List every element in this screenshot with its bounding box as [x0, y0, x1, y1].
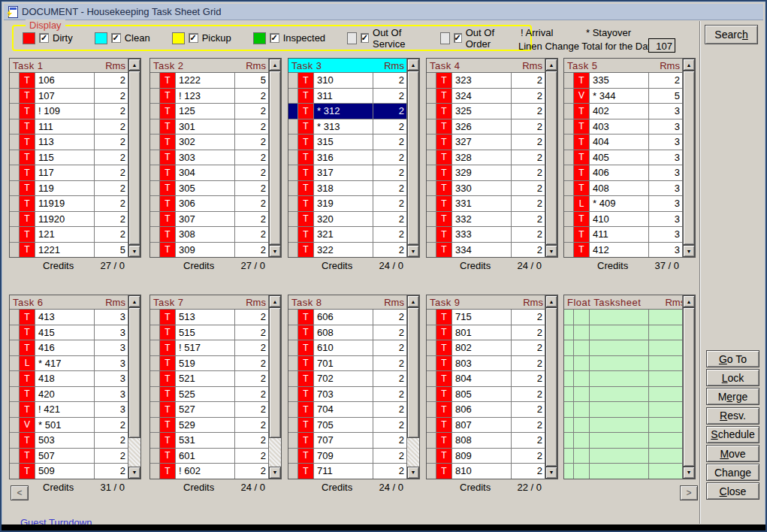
- room-number-cell[interactable]: 320: [314, 212, 373, 227]
- room-row[interactable]: T! 4213: [10, 402, 128, 418]
- room-number-cell[interactable]: 319: [314, 196, 373, 211]
- room-row[interactable]: [564, 356, 682, 372]
- room-number-cell[interactable]: 310: [314, 73, 373, 88]
- room-number-cell[interactable]: 317: [314, 165, 373, 180]
- room-row[interactable]: T3172: [288, 165, 406, 181]
- scrollbar-up-arrow[interactable]: ▲: [128, 59, 140, 71]
- room-number-cell[interactable]: 311: [314, 89, 373, 104]
- room-number-cell[interactable]: 304: [176, 165, 235, 180]
- room-number-cell[interactable]: [590, 433, 649, 448]
- panel-scrollbar[interactable]: ▲▼: [406, 295, 419, 479]
- room-number-cell[interactable]: [590, 449, 649, 464]
- room-row[interactable]: T4083: [564, 181, 682, 197]
- room-number-cell[interactable]: 324: [452, 89, 512, 104]
- room-row[interactable]: T3202: [288, 212, 406, 228]
- room-row[interactable]: T3162: [288, 150, 406, 166]
- room-row[interactable]: T3112: [288, 89, 406, 104]
- scrollbar-thumb[interactable]: [545, 71, 557, 245]
- scrollbar-up-arrow[interactable]: ▲: [407, 295, 419, 307]
- scrollbar-down-arrow[interactable]: ▼: [407, 467, 419, 479]
- room-number-cell[interactable]: 420: [35, 387, 95, 402]
- room-row[interactable]: T5072: [10, 449, 128, 464]
- room-number-cell[interactable]: 11919: [35, 196, 95, 211]
- room-row[interactable]: T4123: [564, 243, 682, 258]
- room-number-cell[interactable]: 705: [314, 418, 373, 433]
- scrollbar-down-arrow[interactable]: ▼: [683, 245, 695, 257]
- room-row[interactable]: T5192: [150, 356, 268, 372]
- room-row[interactable]: T! 6022: [150, 464, 268, 479]
- room-row[interactable]: T3352: [564, 73, 682, 89]
- room-row[interactable]: T1072: [10, 89, 128, 104]
- room-number-cell[interactable]: 412: [590, 243, 649, 258]
- room-row[interactable]: T3102: [288, 73, 406, 89]
- room-number-cell[interactable]: ! 123: [176, 89, 235, 104]
- room-number-cell[interactable]: 331: [452, 196, 512, 211]
- room-number-cell[interactable]: 322: [314, 243, 373, 258]
- room-row[interactable]: T6012: [150, 449, 268, 464]
- room-number-cell[interactable]: [590, 356, 649, 371]
- room-number-cell[interactable]: 107: [35, 89, 95, 104]
- room-row[interactable]: T5152: [150, 325, 268, 341]
- room-number-cell[interactable]: 503: [35, 433, 95, 448]
- room-row[interactable]: T5292: [150, 418, 268, 434]
- room-number-cell[interactable]: 410: [590, 212, 649, 227]
- room-number-cell[interactable]: 328: [452, 150, 512, 165]
- room-row[interactable]: T1252: [150, 104, 268, 119]
- room-number-cell[interactable]: 125: [176, 104, 235, 119]
- room-number-cell[interactable]: 111: [35, 119, 95, 135]
- lock-button[interactable]: Lock: [706, 369, 759, 386]
- room-number-cell[interactable]: 1221: [35, 243, 95, 258]
- room-row[interactable]: T4023: [564, 104, 682, 119]
- status-filter-checkbox[interactable]: ✓: [189, 33, 198, 43]
- tasksheet-title[interactable]: Task 3: [288, 60, 383, 71]
- scroll-left-button[interactable]: <: [11, 485, 29, 500]
- room-number-cell[interactable]: 318: [314, 181, 373, 196]
- room-row[interactable]: T7052: [288, 418, 406, 434]
- room-row[interactable]: T3262: [427, 119, 545, 135]
- panel-scrollbar[interactable]: ▲▼: [128, 59, 140, 257]
- room-number-cell[interactable]: 802: [452, 340, 512, 355]
- room-number-cell[interactable]: 601: [176, 449, 235, 464]
- room-number-cell[interactable]: 303: [176, 150, 235, 165]
- room-row[interactable]: T8052: [427, 387, 545, 403]
- room-number-cell[interactable]: 806: [452, 402, 512, 417]
- room-row[interactable]: T7012: [288, 356, 406, 372]
- room-row[interactable]: T3302: [427, 181, 545, 197]
- tasksheet-title[interactable]: Task 6: [10, 297, 104, 308]
- room-row[interactable]: [564, 325, 682, 341]
- tasksheet-title[interactable]: Task 4: [427, 60, 521, 71]
- room-number-cell[interactable]: 416: [35, 340, 95, 355]
- room-number-cell[interactable]: 115: [35, 150, 95, 165]
- room-number-cell[interactable]: ! 602: [176, 464, 235, 479]
- room-number-cell[interactable]: 405: [590, 150, 649, 165]
- room-number-cell[interactable]: [590, 340, 649, 355]
- room-number-cell[interactable]: [590, 418, 649, 433]
- room-row[interactable]: T8062: [427, 402, 545, 418]
- room-row[interactable]: T3192: [288, 196, 406, 212]
- room-row[interactable]: [564, 433, 682, 449]
- room-number-cell[interactable]: 521: [176, 371, 235, 386]
- room-row[interactable]: T! 5172: [150, 340, 268, 356]
- room-row[interactable]: T4053: [564, 150, 682, 166]
- scrollbar-down-arrow[interactable]: ▼: [683, 467, 695, 479]
- tasksheet-title[interactable]: Task 1: [10, 60, 104, 71]
- room-row[interactable]: T4033: [564, 119, 682, 135]
- scrollbar-up-arrow[interactable]: ▲: [269, 295, 281, 307]
- room-number-cell[interactable]: 703: [314, 387, 373, 402]
- room-number-cell[interactable]: 707: [314, 433, 373, 448]
- room-number-cell[interactable]: 513: [176, 310, 235, 325]
- room-row[interactable]: T4063: [564, 165, 682, 181]
- room-row[interactable]: L* 4173: [10, 356, 128, 372]
- room-row[interactable]: T5132: [150, 310, 268, 325]
- scrollbar-thumb[interactable]: [128, 307, 140, 438]
- room-row[interactable]: T3282: [427, 150, 545, 166]
- scrollbar-down-arrow[interactable]: ▼: [269, 467, 281, 479]
- room-number-cell[interactable]: 335: [590, 73, 649, 88]
- panel-scrollbar[interactable]: ▲▼: [406, 59, 419, 257]
- room-row[interactable]: T1132: [10, 135, 128, 150]
- room-row[interactable]: [564, 371, 682, 387]
- scrollbar-down-arrow[interactable]: ▼: [128, 467, 140, 479]
- room-row[interactable]: [564, 418, 682, 434]
- room-number-cell[interactable]: 709: [314, 449, 373, 464]
- room-row[interactable]: [564, 387, 682, 403]
